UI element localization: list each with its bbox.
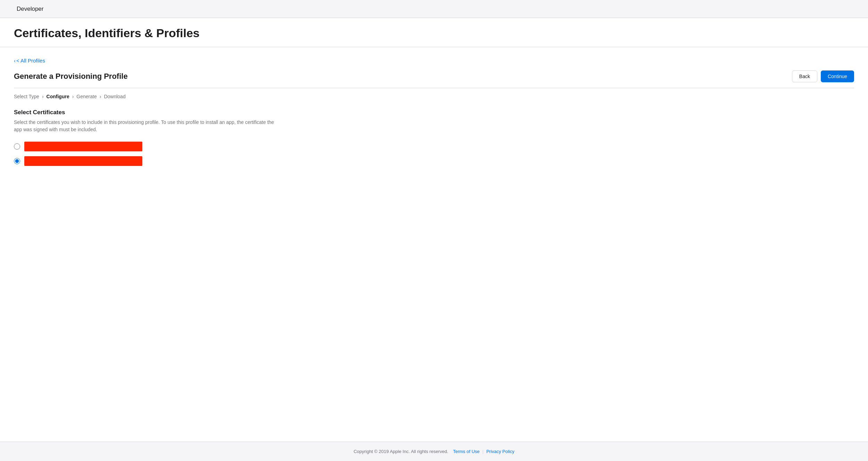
steps-nav: Select Type › Configure › Generate › Dow… — [14, 94, 854, 99]
cert-bar-1 — [24, 142, 142, 151]
back-button[interactable]: Back — [792, 70, 817, 82]
back-link-label: < All Profiles — [16, 58, 45, 64]
step-separator-1: › — [42, 94, 44, 99]
step-configure: Configure — [47, 94, 69, 99]
step-generate: Generate — [76, 94, 97, 99]
step-select-type: Select Type — [14, 94, 39, 99]
continue-button[interactable]: Continue — [821, 70, 854, 82]
cert-radio-2[interactable] — [14, 158, 20, 164]
footer-divider: | — [482, 449, 483, 454]
site-footer: Copyright © 2019 Apple Inc. All rights r… — [0, 442, 868, 461]
footer-links: Terms of Use | Privacy Policy — [453, 449, 515, 454]
select-certs-description: Select the certificates you wish to incl… — [14, 119, 274, 133]
select-certs-title: Select Certificates — [14, 109, 854, 116]
all-profiles-link[interactable]: ‹ < All Profiles — [14, 58, 45, 64]
cert-radio-1[interactable] — [14, 143, 20, 150]
privacy-policy-link[interactable]: Privacy Policy — [486, 449, 515, 454]
page-title-area: Certificates, Identifiers & Profiles — [0, 18, 868, 47]
site-header: Developer — [0, 0, 868, 18]
action-buttons: Back Continue — [792, 70, 854, 82]
header-logo: Developer — [14, 6, 44, 12]
cert-label-1[interactable] — [24, 142, 142, 151]
step-separator-2: › — [72, 94, 74, 99]
step-download: Download — [104, 94, 125, 99]
cert-option-1 — [14, 142, 854, 151]
back-chevron-icon: ‹ — [14, 58, 16, 64]
cert-bar-2 — [24, 156, 142, 166]
section-title: Generate a Provisioning Profile — [14, 72, 128, 81]
cert-option-2 — [14, 156, 854, 166]
site-title: Developer — [17, 6, 44, 12]
main-content: ‹ < All Profiles Generate a Provisioning… — [0, 47, 868, 442]
copyright-text: Copyright © 2019 Apple Inc. All rights r… — [353, 449, 448, 454]
terms-of-use-link[interactable]: Terms of Use — [453, 449, 480, 454]
page-title: Certificates, Identifiers & Profiles — [14, 26, 854, 40]
select-certificates-section: Select Certificates Select the certifica… — [14, 109, 854, 166]
section-header: Generate a Provisioning Profile Back Con… — [14, 70, 854, 88]
step-separator-3: › — [100, 94, 101, 99]
cert-label-2[interactable] — [24, 156, 142, 166]
